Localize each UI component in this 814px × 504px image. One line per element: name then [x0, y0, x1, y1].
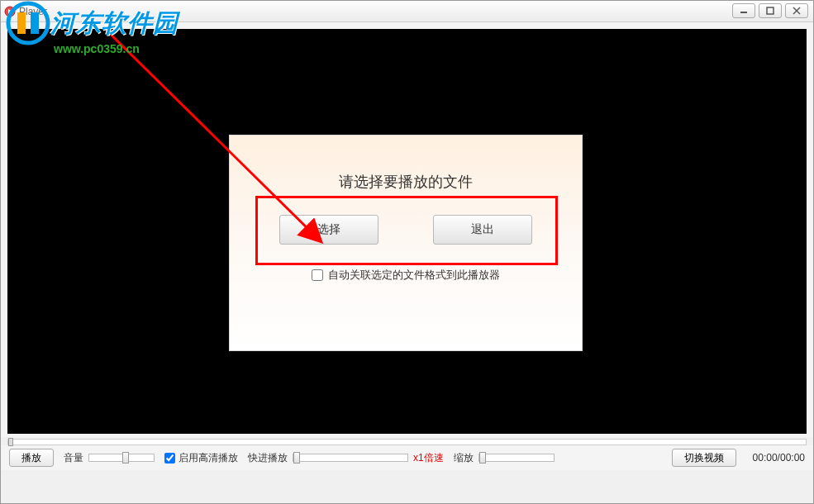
zoom-slider[interactable] — [478, 454, 555, 462]
zoom-thumb[interactable] — [479, 452, 486, 464]
maximize-button[interactable] — [759, 3, 782, 18]
hd-checkbox[interactable] — [164, 453, 175, 464]
exit-button[interactable]: 退出 — [433, 215, 532, 245]
video-area: 请选择要播放的文件 选择 退出 自动关联选定的文件格式到此播放器 — [7, 29, 807, 434]
select-button[interactable]: 选择 — [279, 215, 378, 245]
speed-slider[interactable] — [293, 454, 408, 462]
bottom-controlbar: 播放 音量 启用高清播放 快进播放 x1倍速 缩放 切换视频 00:00/00:… — [1, 445, 813, 470]
zoom-label: 缩放 — [454, 451, 474, 465]
hd-checkbox-row[interactable]: 启用高清播放 — [164, 451, 238, 465]
progress-bar[interactable] — [7, 439, 807, 445]
fast-label: 快进播放 — [248, 451, 288, 465]
open-file-dialog: 请选择要播放的文件 选择 退出 自动关联选定的文件格式到此播放器 — [229, 135, 583, 351]
window-title: Player — [19, 6, 47, 17]
associate-label: 自动关联选定的文件格式到此播放器 — [328, 268, 500, 283]
dialog-button-row: 选择 退出 — [279, 215, 532, 245]
volume-slider[interactable] — [88, 454, 155, 462]
zoom-group: 缩放 — [454, 451, 555, 465]
svg-rect-3 — [767, 7, 774, 14]
app-icon — [4, 6, 16, 17]
play-button[interactable]: 播放 — [9, 449, 54, 467]
associate-checkbox[interactable] — [312, 269, 323, 281]
window-controls — [732, 3, 808, 18]
volume-thumb[interactable] — [122, 452, 129, 464]
volume-label: 音量 — [64, 451, 83, 465]
close-button[interactable] — [785, 3, 808, 18]
speed-readout: x1倍速 — [413, 451, 444, 465]
speed-group: 快进播放 x1倍速 — [248, 451, 444, 465]
switch-video-button[interactable]: 切换视频 — [672, 449, 736, 467]
progress-thumb[interactable] — [8, 438, 13, 446]
titlebar: Player — [1, 1, 813, 22]
time-readout: 00:00/00:00 — [753, 452, 805, 464]
speed-thumb[interactable] — [293, 452, 300, 464]
hd-label: 启用高清播放 — [179, 451, 238, 465]
volume-group: 音量 — [64, 451, 155, 465]
dialog-title: 请选择要播放的文件 — [339, 172, 473, 192]
video-wrap: 请选择要播放的文件 选择 退出 自动关联选定的文件格式到此播放器 — [1, 22, 813, 437]
associate-checkbox-row[interactable]: 自动关联选定的文件格式到此播放器 — [312, 268, 500, 283]
minimize-button[interactable] — [732, 3, 755, 18]
